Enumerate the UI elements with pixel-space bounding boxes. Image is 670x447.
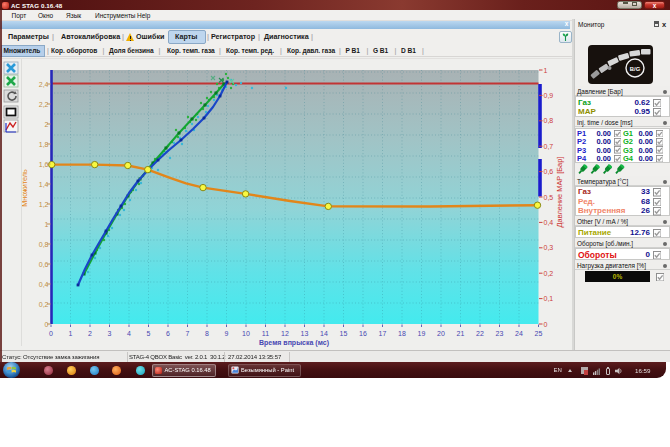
svg-text:B/G: B/G: [630, 66, 641, 72]
